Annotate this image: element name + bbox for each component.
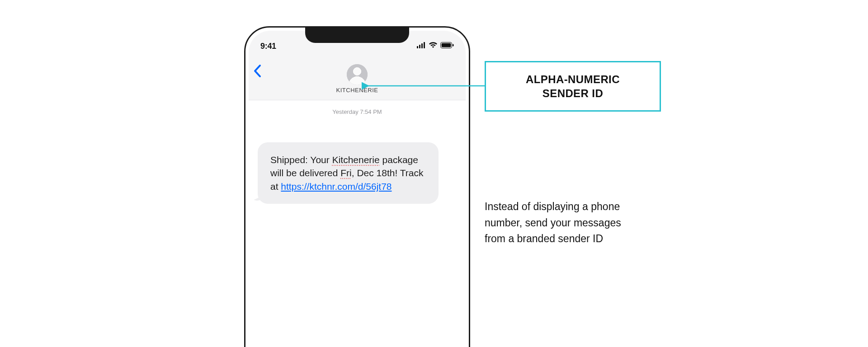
sender-name: KITCHENERIE <box>336 87 378 94</box>
battery-icon <box>440 42 454 50</box>
wifi-icon <box>429 42 438 50</box>
callout-box: ALPHA-NUMERIC SENDER ID <box>485 61 661 112</box>
svg-rect-6 <box>453 44 454 47</box>
message-text-prefix: Shipped: Your <box>270 155 332 165</box>
phone-frame: 9:41 <box>244 26 470 347</box>
svg-rect-3 <box>424 42 425 48</box>
status-time: 9:41 <box>260 42 276 51</box>
svg-rect-1 <box>419 45 420 48</box>
status-indicators <box>417 42 454 50</box>
message-text-word1: Kitchenerie <box>332 155 380 165</box>
message-bubble: Shipped: Your Kitchenerie package will b… <box>258 142 439 204</box>
callout-title-line1: ALPHA-NUMERIC <box>526 73 620 85</box>
svg-rect-2 <box>421 43 423 48</box>
callout-title: ALPHA-NUMERIC SENDER ID <box>497 72 649 100</box>
tracking-link[interactable]: https://ktchnr.com/d/56jt78 <box>281 181 392 192</box>
message-timestamp: Yesterday 7:54 PM <box>258 108 457 115</box>
person-icon <box>347 64 368 85</box>
sender-block[interactable]: KITCHENERIE <box>249 62 466 94</box>
signal-icon <box>417 42 426 50</box>
message-header: KITCHENERIE <box>249 56 466 100</box>
phone-notch <box>305 28 409 43</box>
phone-screen: 9:41 <box>249 31 466 347</box>
svg-rect-0 <box>417 46 418 48</box>
svg-rect-5 <box>442 43 451 47</box>
conversation-area: Yesterday 7:54 PM Shipped: Your Kitchene… <box>249 100 466 213</box>
message-text-word2: Fri <box>340 168 352 178</box>
back-button[interactable] <box>253 64 261 80</box>
avatar <box>347 64 368 85</box>
callout-title-line2: SENDER ID <box>542 87 603 99</box>
explanation-text: Instead of displaying a phone number, se… <box>485 199 638 247</box>
